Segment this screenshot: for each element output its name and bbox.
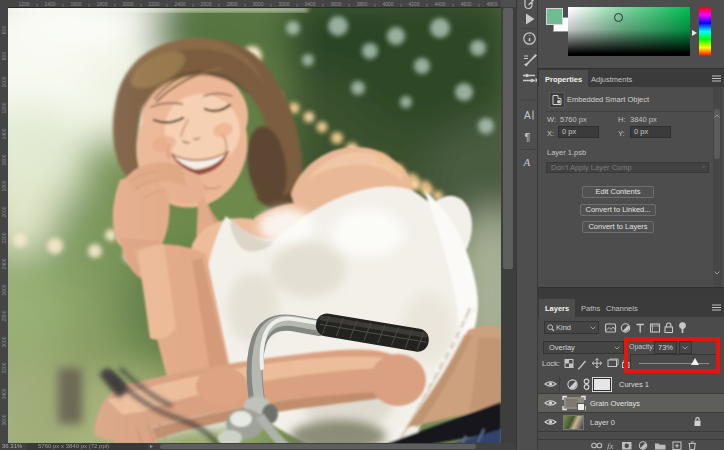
svg-text:fx: fx <box>607 441 614 450</box>
svg-text:2000: 2000 <box>122 1 133 7</box>
svg-text:3200: 3200 <box>1 362 7 373</box>
svg-text:1400: 1400 <box>44 1 55 7</box>
svg-text:3600: 3600 <box>1 414 7 425</box>
svg-text:1200: 1200 <box>18 1 29 7</box>
svg-text:1800: 1800 <box>96 1 107 7</box>
svg-text:4200: 4200 <box>408 1 419 7</box>
svg-text:2600: 2600 <box>200 1 211 7</box>
svg-text:3000: 3000 <box>1 336 7 347</box>
svg-text:2200: 2200 <box>148 1 159 7</box>
svg-text:2000: 2000 <box>1 206 7 217</box>
svg-text:4800: 4800 <box>486 1 497 7</box>
svg-text:2800: 2800 <box>226 1 237 7</box>
svg-text:3400: 3400 <box>1 388 7 399</box>
svg-text:1600: 1600 <box>1 154 7 165</box>
svg-text:2200: 2200 <box>1 232 7 243</box>
svg-text:4600: 4600 <box>460 1 471 7</box>
svg-text:1400: 1400 <box>1 128 7 139</box>
svg-text:1000: 1000 <box>1 76 7 87</box>
svg-text:2800: 2800 <box>1 310 7 321</box>
svg-text:A: A <box>523 156 531 168</box>
svg-text:3600: 3600 <box>330 1 341 7</box>
svg-text:800: 800 <box>1 52 7 61</box>
svg-text:1600: 1600 <box>70 1 81 7</box>
svg-text:2400: 2400 <box>174 1 185 7</box>
svg-text:3000: 3000 <box>252 1 263 7</box>
svg-text:1800: 1800 <box>1 180 7 191</box>
svg-text:2600: 2600 <box>1 284 7 295</box>
svg-text:3800: 3800 <box>356 1 367 7</box>
svg-text:1200: 1200 <box>1 102 7 113</box>
svg-text:A: A <box>524 110 531 121</box>
svg-text:¶: ¶ <box>525 131 531 143</box>
svg-text:4000: 4000 <box>382 1 393 7</box>
svg-text:4400: 4400 <box>434 1 445 7</box>
svg-text:2400: 2400 <box>1 258 7 269</box>
svg-text:3400: 3400 <box>304 1 315 7</box>
svg-text:3200: 3200 <box>278 1 289 7</box>
svg-text:600: 600 <box>1 26 7 35</box>
